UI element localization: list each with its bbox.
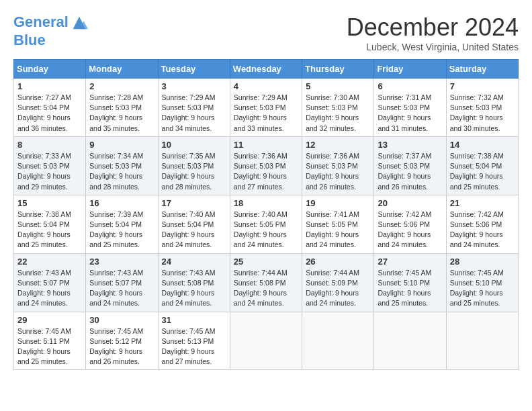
day-number: 8 [17, 140, 82, 150]
day-info: Sunrise: 7:45 AM Sunset: 5:10 PM Dayligh… [450, 268, 515, 309]
calendar-cell [446, 312, 518, 370]
day-info: Sunrise: 7:30 AM Sunset: 5:03 PM Dayligh… [306, 93, 370, 134]
calendar-cell: 16Sunrise: 7:39 AM Sunset: 5:04 PM Dayli… [86, 195, 158, 253]
calendar-cell: 8Sunrise: 7:33 AM Sunset: 5:03 PM Daylig… [14, 136, 86, 195]
day-number: 5 [306, 81, 370, 91]
month-title: December 2024 [347, 13, 519, 42]
header-monday: Monday [86, 60, 158, 79]
calendar-body: 1Sunrise: 7:27 AM Sunset: 5:04 PM Daylig… [14, 79, 519, 370]
day-info: Sunrise: 7:45 AM Sunset: 5:13 PM Dayligh… [162, 326, 226, 367]
day-info: Sunrise: 7:45 AM Sunset: 5:10 PM Dayligh… [378, 268, 442, 309]
calendar-cell: 18Sunrise: 7:40 AM Sunset: 5:05 PM Dayli… [230, 195, 302, 253]
day-info: Sunrise: 7:38 AM Sunset: 5:04 PM Dayligh… [17, 210, 82, 250]
calendar-cell: 11Sunrise: 7:36 AM Sunset: 5:03 PM Dayli… [230, 136, 302, 195]
day-info: Sunrise: 7:32 AM Sunset: 5:03 PM Dayligh… [450, 93, 515, 134]
day-number: 19 [306, 198, 370, 208]
calendar-cell: 1Sunrise: 7:27 AM Sunset: 5:04 PM Daylig… [14, 79, 86, 137]
calendar-week-3: 15Sunrise: 7:38 AM Sunset: 5:04 PM Dayli… [14, 195, 519, 253]
header-thursday: Thursday [302, 60, 374, 79]
day-info: Sunrise: 7:39 AM Sunset: 5:04 PM Dayligh… [89, 210, 154, 250]
calendar-cell: 19Sunrise: 7:41 AM Sunset: 5:05 PM Dayli… [302, 195, 374, 253]
logo-icon [70, 13, 89, 32]
header-sunday: Sunday [14, 60, 86, 79]
day-number: 13 [378, 140, 442, 150]
calendar-cell: 6Sunrise: 7:31 AM Sunset: 5:03 PM Daylig… [374, 79, 446, 137]
calendar-cell: 23Sunrise: 7:43 AM Sunset: 5:07 PM Dayli… [86, 253, 158, 312]
calendar-cell: 26Sunrise: 7:44 AM Sunset: 5:09 PM Dayli… [302, 253, 374, 312]
day-number: 24 [162, 257, 226, 267]
day-number: 14 [450, 140, 515, 150]
day-number: 15 [17, 198, 82, 208]
calendar-cell: 29Sunrise: 7:45 AM Sunset: 5:11 PM Dayli… [14, 312, 86, 370]
calendar-cell: 22Sunrise: 7:43 AM Sunset: 5:07 PM Dayli… [14, 253, 86, 312]
calendar-cell: 30Sunrise: 7:45 AM Sunset: 5:12 PM Dayli… [86, 312, 158, 370]
day-info: Sunrise: 7:43 AM Sunset: 5:07 PM Dayligh… [17, 268, 82, 309]
day-info: Sunrise: 7:35 AM Sunset: 5:03 PM Dayligh… [162, 151, 226, 192]
calendar-cell [230, 312, 302, 370]
calendar-cell: 9Sunrise: 7:34 AM Sunset: 5:03 PM Daylig… [86, 136, 158, 195]
day-number: 4 [234, 81, 298, 91]
day-info: Sunrise: 7:43 AM Sunset: 5:08 PM Dayligh… [162, 268, 226, 309]
calendar-cell: 27Sunrise: 7:45 AM Sunset: 5:10 PM Dayli… [374, 253, 446, 312]
header-saturday: Saturday [446, 60, 518, 79]
day-info: Sunrise: 7:34 AM Sunset: 5:03 PM Dayligh… [89, 151, 154, 192]
calendar-week-5: 29Sunrise: 7:45 AM Sunset: 5:11 PM Dayli… [14, 312, 519, 370]
day-number: 3 [162, 81, 226, 91]
calendar-cell: 13Sunrise: 7:37 AM Sunset: 5:03 PM Dayli… [374, 136, 446, 195]
day-number: 16 [89, 198, 154, 208]
day-info: Sunrise: 7:33 AM Sunset: 5:03 PM Dayligh… [17, 151, 82, 192]
day-number: 6 [378, 81, 442, 91]
logo-blue-text: Blue [13, 32, 89, 48]
day-number: 9 [89, 140, 154, 150]
calendar-week-4: 22Sunrise: 7:43 AM Sunset: 5:07 PM Dayli… [14, 253, 519, 312]
day-info: Sunrise: 7:36 AM Sunset: 5:03 PM Dayligh… [234, 151, 298, 192]
day-number: 20 [378, 198, 442, 208]
header-wednesday: Wednesday [230, 60, 302, 79]
calendar-table: SundayMondayTuesdayWednesdayThursdayFrid… [13, 59, 519, 370]
day-number: 11 [234, 140, 298, 150]
day-number: 31 [162, 315, 226, 325]
logo-text: General [13, 13, 89, 32]
day-info: Sunrise: 7:38 AM Sunset: 5:04 PM Dayligh… [450, 151, 515, 192]
calendar-cell [374, 312, 446, 370]
day-number: 10 [162, 140, 226, 150]
day-number: 27 [378, 257, 442, 267]
day-info: Sunrise: 7:31 AM Sunset: 5:03 PM Dayligh… [378, 93, 442, 134]
day-number: 22 [17, 257, 82, 267]
calendar-cell [302, 312, 374, 370]
day-info: Sunrise: 7:44 AM Sunset: 5:08 PM Dayligh… [234, 268, 298, 309]
day-number: 28 [450, 257, 515, 267]
day-info: Sunrise: 7:27 AM Sunset: 5:04 PM Dayligh… [17, 93, 82, 134]
day-info: Sunrise: 7:37 AM Sunset: 5:03 PM Dayligh… [378, 151, 442, 192]
day-info: Sunrise: 7:43 AM Sunset: 5:07 PM Dayligh… [89, 268, 154, 309]
day-number: 18 [234, 198, 298, 208]
day-info: Sunrise: 7:42 AM Sunset: 5:06 PM Dayligh… [450, 210, 515, 250]
location: Lubeck, West Virginia, United States [347, 42, 519, 52]
logo: General Blue [13, 13, 89, 48]
day-number: 17 [162, 198, 226, 208]
day-info: Sunrise: 7:28 AM Sunset: 5:03 PM Dayligh… [89, 93, 154, 134]
calendar-cell: 24Sunrise: 7:43 AM Sunset: 5:08 PM Dayli… [158, 253, 230, 312]
day-number: 21 [450, 198, 515, 208]
day-number: 26 [306, 257, 370, 267]
day-info: Sunrise: 7:42 AM Sunset: 5:06 PM Dayligh… [378, 210, 442, 250]
day-number: 12 [306, 140, 370, 150]
day-number: 30 [89, 315, 154, 325]
day-info: Sunrise: 7:29 AM Sunset: 5:03 PM Dayligh… [234, 93, 298, 134]
header-friday: Friday [374, 60, 446, 79]
calendar-cell: 12Sunrise: 7:36 AM Sunset: 5:03 PM Dayli… [302, 136, 374, 195]
day-number: 1 [17, 81, 82, 91]
calendar-cell: 20Sunrise: 7:42 AM Sunset: 5:06 PM Dayli… [374, 195, 446, 253]
calendar-header-row: SundayMondayTuesdayWednesdayThursdayFrid… [14, 60, 519, 79]
day-info: Sunrise: 7:45 AM Sunset: 5:12 PM Dayligh… [89, 326, 154, 367]
day-info: Sunrise: 7:41 AM Sunset: 5:05 PM Dayligh… [306, 210, 370, 250]
page-header: General Blue December 2024 Lubeck, West … [13, 13, 519, 52]
calendar-week-1: 1Sunrise: 7:27 AM Sunset: 5:04 PM Daylig… [14, 79, 519, 137]
calendar-cell: 5Sunrise: 7:30 AM Sunset: 5:03 PM Daylig… [302, 79, 374, 137]
calendar-week-2: 8Sunrise: 7:33 AM Sunset: 5:03 PM Daylig… [14, 136, 519, 195]
calendar-cell: 7Sunrise: 7:32 AM Sunset: 5:03 PM Daylig… [446, 79, 518, 137]
day-info: Sunrise: 7:45 AM Sunset: 5:11 PM Dayligh… [17, 326, 82, 367]
day-number: 7 [450, 81, 515, 91]
day-number: 29 [17, 315, 82, 325]
calendar-cell: 15Sunrise: 7:38 AM Sunset: 5:04 PM Dayli… [14, 195, 86, 253]
